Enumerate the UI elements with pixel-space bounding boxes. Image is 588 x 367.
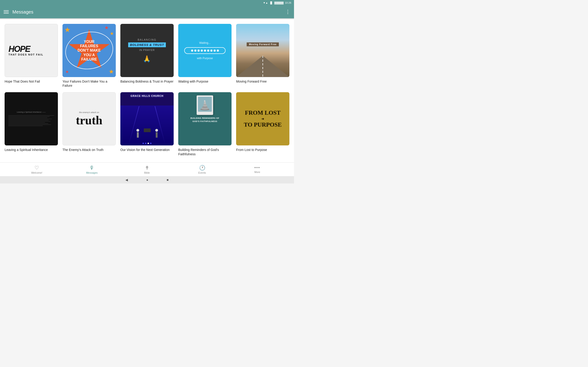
more-options-button[interactable]: ⋮: [285, 9, 290, 15]
svg-point-9: [204, 101, 206, 103]
clock-icon: 🕐: [199, 165, 205, 171]
thumb-vision: GRACE HILLS CHURCH: [120, 92, 174, 145]
svg-marker-0: [236, 56, 289, 77]
thumb-hope: HOPE THAT DOES NOT FAIL: [5, 24, 58, 77]
messages-grid-row1: HOPE THAT DOES NOT FAIL Hope That Does N…: [5, 24, 289, 88]
wifi-icon: ▼▲: [263, 1, 268, 4]
card-moving[interactable]: Moving Forward Free Moving Forward Free: [236, 24, 289, 88]
nav-messages[interactable]: 🎙 Messages: [83, 165, 101, 174]
card-hope-title: Hope That Does Not Fail: [5, 79, 58, 83]
card-failures-title: Your Failures Don't Make You a Failure: [62, 79, 116, 88]
card-vision[interactable]: GRACE HILLS CHURCH: [120, 92, 174, 156]
card-boldness-title: Balancing Boldness & Trust in Prayer: [120, 79, 174, 83]
mic-icon: 🎙: [89, 165, 95, 171]
nav-more-label: More: [254, 171, 260, 173]
nav-bible[interactable]: ✝ Bible: [138, 165, 156, 174]
card-hope[interactable]: HOPE THAT DOES NOT FAIL Hope That Does N…: [5, 24, 58, 88]
bible-icon: ✝: [145, 165, 149, 171]
card-spiritual-title: Leaving a Spiritual Inheritance: [5, 148, 58, 152]
svg-point-10: [204, 100, 205, 102]
thumb-failures: ★ ★ ★ ★ ★ YOURFAILURESDON'T MAKEYOU AFAI…: [62, 24, 116, 77]
card-waiting-title: Waiting with Purpose: [178, 79, 232, 83]
hamburger-menu[interactable]: [4, 10, 9, 14]
thumb-moving: Moving Forward Free: [236, 24, 289, 77]
card-moving-title: Moving Forward Free: [236, 79, 289, 83]
recent-button[interactable]: ■: [167, 178, 169, 182]
card-lost-title: From Lost to Purpose: [236, 148, 289, 152]
nav-welcome[interactable]: ♡ Welcome!: [27, 165, 46, 174]
status-time: 10:26: [285, 1, 291, 4]
app-bar: Messages ⋮: [0, 6, 294, 18]
card-reminders-title: Building Reminders of God's Faithfulness: [178, 148, 232, 156]
card-waiting[interactable]: Waiting... with Purpose Waiti: [178, 24, 232, 88]
more-icon: •••: [254, 165, 260, 170]
battery-icon: ▓▓▓▓▓: [274, 1, 284, 4]
home-button[interactable]: ●: [146, 178, 148, 182]
card-reminders[interactable]: BUILDING REMINDERS OFGOD'S FAITHFULNESS …: [178, 92, 232, 156]
nav-events-label: Events: [198, 171, 206, 174]
messages-grid-row2: Leaving a Spiritual Inheritance —— Leavi…: [5, 92, 289, 156]
nav-welcome-label: Welcome!: [31, 171, 43, 174]
nav-messages-label: Messages: [86, 171, 98, 174]
card-vision-title: Our Vision for the Next Generation: [120, 148, 174, 152]
nav-bible-label: Bible: [144, 171, 150, 174]
status-bar: ▼▲ ▐▌ ▓▓▓▓▓ 10:26: [0, 0, 294, 6]
thumb-reminders: BUILDING REMINDERS OFGOD'S FAITHFULNESS: [178, 92, 232, 145]
card-lost[interactable]: FROM LOST ➔ TO PURPOSE From Lost to Purp…: [236, 92, 289, 156]
messages-content: HOPE THAT DOES NOT FAIL Hope That Does N…: [0, 19, 294, 162]
card-truth[interactable]: the enemy's attack on truth The Enemy's …: [62, 92, 116, 156]
thumb-waiting: Waiting... with Purpose: [178, 24, 232, 77]
nav-events[interactable]: 🕐 Events: [193, 165, 211, 174]
thumb-boldness: BALANCING BOLDNESS & TRUST IN PRAYER 🙏: [120, 24, 174, 77]
nav-more[interactable]: ••• More: [248, 165, 267, 173]
card-failures[interactable]: ★ ★ ★ ★ ★ YOURFAILURESDON'T MAKEYOU AFAI…: [62, 24, 116, 88]
system-navigation: ◀ ● ■: [0, 176, 294, 184]
card-boldness[interactable]: BALANCING BOLDNESS & TRUST IN PRAYER 🙏 B…: [120, 24, 174, 88]
card-spiritual[interactable]: Leaving a Spiritual Inheritance —— Leavi…: [5, 92, 58, 156]
thumb-spiritual: Leaving a Spiritual Inheritance ——: [5, 92, 58, 145]
card-truth-title: The Enemy's Attack on Truth: [62, 148, 116, 152]
svg-point-6: [203, 105, 207, 107]
heart-icon: ♡: [35, 165, 39, 171]
bottom-navigation: ♡ Welcome! 🎙 Messages ✝ Bible 🕐 Events •…: [0, 162, 294, 176]
back-button[interactable]: ◀: [125, 178, 128, 182]
thumb-lost: FROM LOST ➔ TO PURPOSE: [236, 92, 289, 145]
app-title: Messages: [12, 9, 282, 15]
thumb-truth: the enemy's attack on truth: [62, 92, 116, 145]
signal-icon: ▐▌: [269, 1, 273, 4]
